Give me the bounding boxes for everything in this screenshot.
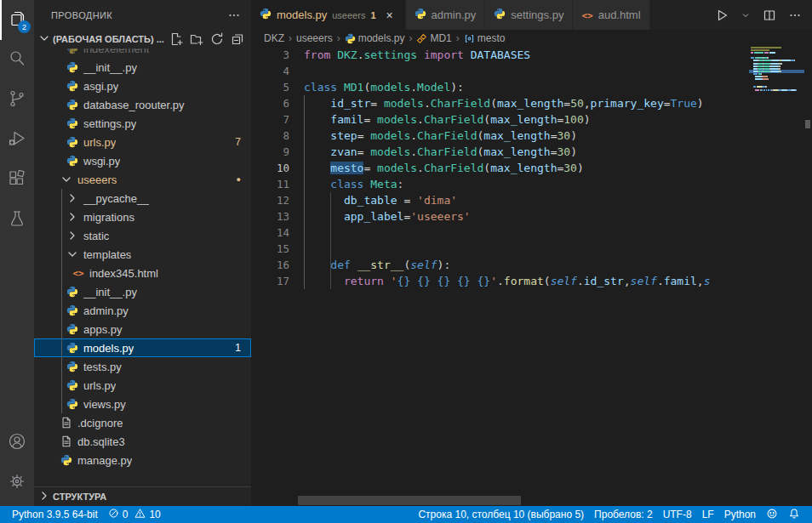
tree-file-indexelement[interactable]: indexelement <box>34 48 251 58</box>
tree-file-admin-py[interactable]: admin.py <box>34 301 251 320</box>
status-problems[interactable]: 010 <box>103 506 166 523</box>
status-cursor-position[interactable]: Строка 10, столбец 10 (выбрано 5) <box>413 506 589 523</box>
line-number[interactable]: 8 <box>251 128 289 144</box>
beaker-icon <box>7 208 27 231</box>
tree-file-manage-py[interactable]: manage.py <box>34 451 251 469</box>
tree-folder-static[interactable]: static <box>34 226 251 245</box>
horizontal-scrollbar[interactable] <box>298 496 521 505</box>
run-icon[interactable] <box>715 9 729 22</box>
tree-file-settings-py[interactable]: settings.py <box>34 114 251 133</box>
line-number[interactable]: 11 <box>251 176 289 192</box>
activity-extensions[interactable] <box>0 160 34 200</box>
run-dropdown-icon[interactable] <box>741 10 751 20</box>
tree-item-label: apps.py <box>83 323 123 336</box>
breadcrumb-mesto[interactable]: mesto <box>464 32 506 44</box>
status-python-interpreter[interactable]: Python 3.9.5 64-bit <box>7 506 103 523</box>
tree-item-label: models.py <box>83 342 134 355</box>
line-number[interactable]: 7 <box>251 111 289 128</box>
breadcrumb-label: mesto <box>477 32 506 44</box>
line-number[interactable]: 5 <box>251 79 289 95</box>
tree-item-label: database_roouter.py <box>83 99 185 111</box>
tree-file-wsgi-py[interactable]: wsgi.py <box>34 151 251 170</box>
code-line-12: 12 db_table = 'dima' <box>251 192 812 208</box>
line-number[interactable]: 15 <box>251 241 289 257</box>
status-notifications[interactable] <box>783 506 805 523</box>
tree-folder-useeers[interactable]: useeers● <box>34 170 251 189</box>
outline-section-header[interactable]: СТРУКТУРА <box>34 486 251 506</box>
breadcrumb-separator: › <box>456 32 460 44</box>
gear-icon <box>7 471 27 494</box>
workspace-section-header[interactable]: (РАБОЧАЯ ОБЛАСТЬ) ... <box>34 30 251 48</box>
line-number[interactable]: 4 <box>251 63 289 79</box>
refresh-icon[interactable] <box>210 32 224 46</box>
more-actions-icon[interactable] <box>788 9 802 22</box>
code-line-8: 8 step= models.CharField(max_length=30) <box>251 128 812 144</box>
status-language-mode[interactable]: Python <box>719 506 761 523</box>
python-file-icon <box>66 79 79 93</box>
line-number[interactable]: 9 <box>251 144 289 160</box>
tree-file-db-sqlite3[interactable]: db.sqlite3 <box>34 432 251 451</box>
split-editor-icon[interactable] <box>763 9 776 22</box>
tree-item-label: .dcignore <box>77 417 123 429</box>
close-icon[interactable]: × <box>383 9 397 22</box>
status-encoding[interactable]: UTF-8 <box>658 506 697 523</box>
new-folder-icon[interactable] <box>190 32 203 46</box>
tab-aud-html[interactable]: <>aud.html <box>573 0 649 30</box>
tree-file--dcignore[interactable]: .dcignore <box>34 413 251 432</box>
workspace-section-label: (РАБОЧАЯ ОБЛАСТЬ) ... <box>53 34 164 44</box>
tree-item-label: urls.py <box>83 379 116 392</box>
line-number[interactable]: 14 <box>251 225 289 241</box>
tab-admin-py[interactable]: admin.py <box>406 0 486 30</box>
activity-source-control[interactable] <box>0 80 34 120</box>
tree-item-label: __init__.py <box>83 61 137 74</box>
breadcrumb-useeers[interactable]: useeers <box>296 32 333 44</box>
tab-description: useeers <box>332 10 365 20</box>
code-editor[interactable]: 3from DKZ.settings import DATABASES45cla… <box>251 47 812 506</box>
tree-file-database-roouter-py[interactable]: database_roouter.py <box>34 95 251 114</box>
line-number[interactable]: 12 <box>251 192 289 208</box>
minimap[interactable] <box>749 47 804 92</box>
tree-file-asgi-py[interactable]: asgi.py <box>34 77 251 95</box>
activity-settings[interactable] <box>0 463 34 503</box>
tree-file-tests-py[interactable]: tests.py <box>34 357 251 376</box>
code-text: id_str= models.CharField(max_length=50,p… <box>304 95 704 111</box>
tab-settings-py[interactable]: settings.py <box>485 0 573 30</box>
tree-file-apps-py[interactable]: apps.py <box>34 320 251 338</box>
activity-testing[interactable] <box>0 200 34 240</box>
tree-folder-templates[interactable]: templates <box>34 245 251 264</box>
tree-file-models-py[interactable]: models.py1 <box>34 338 251 357</box>
tab-models-py[interactable]: models.pyuseeers1× <box>251 0 406 30</box>
tree-folder--pycache-[interactable]: __pycache__ <box>34 189 251 207</box>
tree-file--init-py[interactable]: __init__.py <box>34 58 251 77</box>
line-number[interactable]: 16 <box>251 257 289 273</box>
tree-file-urls-py[interactable]: urls.py <box>34 376 251 395</box>
breadcrumb-models-py[interactable]: models.py <box>345 32 405 44</box>
tab-label: admin.py <box>432 9 477 21</box>
tree-file-urls-py[interactable]: urls.py7 <box>34 133 251 151</box>
tree-file-index345-html[interactable]: <>index345.html <box>34 264 251 282</box>
tree-folder-migrations[interactable]: migrations <box>34 207 251 226</box>
line-number[interactable]: 13 <box>251 208 289 225</box>
python-file-icon <box>494 8 506 22</box>
sidebar-more-icon[interactable] <box>227 9 241 22</box>
code-line-14: 14 <box>251 225 812 241</box>
overview-ruler-marker <box>805 120 810 128</box>
line-number[interactable]: 17 <box>251 273 289 289</box>
breadcrumb-md1[interactable]: MD1 <box>416 32 451 44</box>
new-file-icon[interactable] <box>169 32 183 46</box>
status-feedback[interactable] <box>761 506 783 523</box>
chevron-right-icon <box>37 489 51 505</box>
status-indentation[interactable]: Пробелов: 2 <box>589 506 658 523</box>
breadcrumb-dkz[interactable]: DKZ <box>264 32 284 44</box>
status-eol[interactable]: LF <box>697 506 719 523</box>
line-number[interactable]: 10 <box>251 160 289 176</box>
activity-run-debug[interactable] <box>0 120 34 160</box>
activity-search[interactable] <box>0 40 34 80</box>
line-number[interactable]: 3 <box>251 47 289 63</box>
tree-file-views-py[interactable]: views.py <box>34 395 251 413</box>
line-number[interactable]: 6 <box>251 95 289 111</box>
activity-explorer[interactable]: 2 <box>0 0 34 40</box>
activity-account[interactable] <box>0 423 34 463</box>
tree-file--init-py[interactable]: __init__.py <box>34 282 251 301</box>
collapse-all-icon[interactable] <box>231 32 244 46</box>
